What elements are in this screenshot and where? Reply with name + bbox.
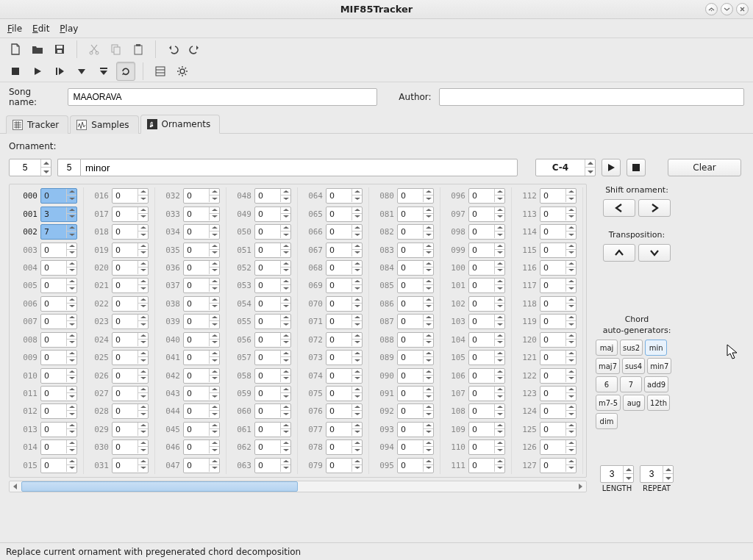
value-cell[interactable]: 0 — [254, 386, 291, 401]
value-cell[interactable]: 0 — [468, 314, 505, 329]
chord-6[interactable]: 6 — [596, 376, 618, 392]
value-cell[interactable]: 0 — [254, 439, 291, 455]
value-cell[interactable]: 0 — [397, 296, 434, 312]
value-cell[interactable]: 0 — [112, 403, 149, 419]
value-cell[interactable]: 0 — [112, 458, 149, 473]
value-cell[interactable]: 0 — [112, 243, 149, 258]
value-cell[interactable]: 0 — [40, 403, 77, 419]
chord-maj[interactable]: maj — [596, 340, 618, 356]
value-cell[interactable]: 0 — [254, 332, 291, 348]
value-cell[interactable]: 0 — [40, 332, 77, 348]
value-cell[interactable]: 0 — [540, 260, 577, 276]
value-cell[interactable]: 0 — [397, 207, 434, 222]
value-cell[interactable]: 0 — [540, 386, 577, 401]
value-cell[interactable]: 0 — [326, 403, 363, 419]
value-cell[interactable]: 0 — [254, 188, 291, 204]
open-file-button[interactable] — [28, 40, 47, 59]
chord-7[interactable]: 7 — [620, 376, 642, 392]
song-name-input[interactable] — [68, 88, 376, 106]
value-cell[interactable]: 0 — [540, 350, 577, 365]
value-cell[interactable]: 0 — [112, 278, 149, 293]
spin-up-icon[interactable] — [40, 159, 51, 168]
value-cell[interactable]: 0 — [540, 368, 577, 384]
value-cell[interactable]: 0 — [254, 278, 291, 293]
value-cell[interactable]: 0 — [40, 368, 77, 384]
value-cell[interactable]: 0 — [326, 422, 363, 437]
chord-add9[interactable]: add9 — [644, 376, 668, 392]
value-cell[interactable]: 7 — [40, 224, 77, 240]
loop-button[interactable] — [116, 62, 135, 81]
ornament-name-input[interactable] — [80, 159, 518, 176]
scroll-left-icon[interactable] — [10, 481, 21, 492]
clear-button[interactable]: Clear — [668, 159, 741, 176]
value-cell[interactable]: 0 — [112, 296, 149, 312]
value-cell[interactable]: 0 — [326, 188, 363, 204]
value-cell[interactable]: 0 — [112, 314, 149, 329]
value-cell[interactable]: 0 — [40, 278, 77, 293]
value-cell[interactable]: 0 — [112, 224, 149, 240]
value-cell[interactable]: 0 — [468, 368, 505, 384]
transpose-up-button[interactable] — [603, 244, 635, 262]
value-cell[interactable]: 0 — [540, 403, 577, 419]
undo-button[interactable] — [163, 40, 182, 59]
value-cell[interactable]: 0 — [326, 296, 363, 312]
value-cell[interactable]: 0 — [468, 332, 505, 348]
value-cell[interactable]: 0 — [254, 422, 291, 437]
value-cell[interactable]: 0 — [254, 314, 291, 329]
value-cell[interactable]: 3 — [40, 207, 77, 222]
value-cell[interactable]: 0 — [397, 350, 434, 365]
value-cell[interactable]: 0 — [183, 188, 220, 204]
value-cell[interactable]: 0 — [468, 260, 505, 276]
close-button[interactable] — [736, 3, 749, 15]
spin-down-icon[interactable] — [40, 168, 51, 176]
menu-file[interactable]: File — [7, 24, 22, 34]
value-cell[interactable]: 0 — [326, 260, 363, 276]
value-cell[interactable]: 0 — [326, 439, 363, 455]
new-file-button[interactable] — [6, 40, 25, 59]
value-cell[interactable]: 0 — [40, 386, 77, 401]
transpose-down-button[interactable] — [638, 244, 671, 262]
value-cell[interactable]: 0 — [397, 403, 434, 419]
value-cell[interactable]: 0 — [468, 243, 505, 258]
value-cell[interactable]: 0 — [326, 278, 363, 293]
value-cell[interactable]: 0 — [183, 260, 220, 276]
chord-min7[interactable]: min7 — [647, 358, 671, 374]
length-spinner[interactable] — [600, 465, 634, 483]
maximize-button[interactable] — [721, 3, 733, 15]
play-button[interactable] — [28, 62, 47, 81]
value-cell[interactable]: 0 — [183, 332, 220, 348]
value-cell[interactable]: 0 — [40, 296, 77, 312]
tab-samples[interactable]: Samples — [70, 115, 138, 134]
author-input[interactable] — [439, 88, 744, 106]
value-cell[interactable]: 0 — [254, 207, 291, 222]
test-stop-button[interactable] — [627, 159, 646, 176]
shift-right-button[interactable] — [638, 199, 671, 217]
value-cell[interactable]: 0 — [112, 422, 149, 437]
preferences-button[interactable] — [173, 62, 192, 81]
value-cell[interactable]: 0 — [40, 439, 77, 455]
value-cell[interactable]: 0 — [326, 332, 363, 348]
value-cell[interactable]: 0 — [112, 350, 149, 365]
ornament-prefix-input[interactable] — [58, 162, 80, 173]
chord-aug[interactable]: aug — [623, 395, 645, 411]
value-cell[interactable]: 0 — [540, 188, 577, 204]
scrollbar-thumb[interactable] — [21, 481, 298, 492]
value-cell[interactable]: 0 — [397, 188, 434, 204]
value-cell[interactable]: 0 — [254, 350, 291, 365]
value-cell[interactable]: 0 — [254, 260, 291, 276]
chord-maj7[interactable]: maj7 — [596, 358, 620, 374]
value-cell[interactable]: 0 — [540, 278, 577, 293]
test-note-selector[interactable]: C-4 — [535, 159, 596, 176]
value-cell[interactable]: 0 — [183, 207, 220, 222]
manager-button[interactable] — [151, 62, 170, 81]
value-cell[interactable]: 0 — [326, 386, 363, 401]
value-cell[interactable]: 0 — [112, 386, 149, 401]
copy-button[interactable] — [107, 40, 126, 59]
value-cell[interactable]: 0 — [397, 278, 434, 293]
value-cell[interactable]: 0 — [326, 458, 363, 473]
value-cell[interactable]: 0 — [40, 422, 77, 437]
value-cell[interactable]: 0 — [183, 314, 220, 329]
chord-m75[interactable]: m7-5 — [596, 395, 621, 411]
value-cell[interactable]: 0 — [326, 243, 363, 258]
value-cell[interactable]: 0 — [397, 332, 434, 348]
